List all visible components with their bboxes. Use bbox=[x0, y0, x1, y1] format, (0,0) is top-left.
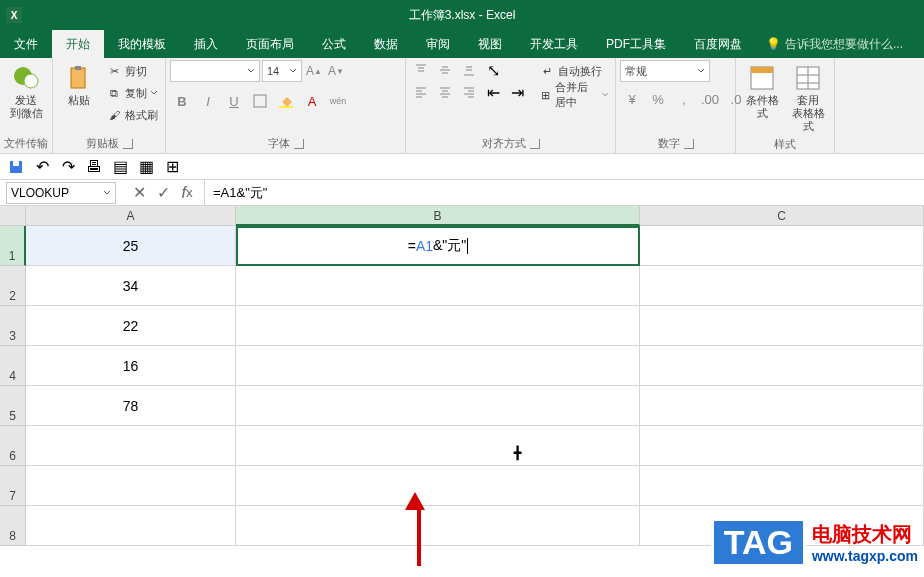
tab-file[interactable]: 文件 bbox=[0, 30, 52, 58]
increase-indent-button[interactable]: ⇥ bbox=[506, 82, 528, 102]
comma-button[interactable]: , bbox=[672, 88, 696, 110]
tab-templates[interactable]: 我的模板 bbox=[104, 30, 180, 58]
row-header-4[interactable]: 4 bbox=[0, 346, 26, 386]
underline-button[interactable]: U bbox=[222, 90, 246, 112]
format-painter-button[interactable]: 🖌格式刷 bbox=[103, 104, 161, 126]
align-bottom-button[interactable] bbox=[458, 60, 480, 80]
font-family-select[interactable] bbox=[170, 60, 260, 82]
col-header-c[interactable]: C bbox=[640, 206, 924, 226]
cell-a1[interactable]: 25 bbox=[26, 226, 236, 266]
clipboard-launcher[interactable] bbox=[123, 139, 133, 149]
cell-c4[interactable] bbox=[640, 346, 924, 386]
percent-button[interactable]: % bbox=[646, 88, 670, 110]
tab-formulas[interactable]: 公式 bbox=[308, 30, 360, 58]
row-header-1[interactable]: 1 bbox=[0, 226, 26, 266]
row-header-5[interactable]: 5 bbox=[0, 386, 26, 426]
tab-home[interactable]: 开始 bbox=[52, 30, 104, 58]
cell-a8[interactable] bbox=[26, 506, 236, 546]
table-format-button[interactable]: 套用 表格格式 bbox=[786, 60, 830, 135]
currency-button[interactable]: ¥ bbox=[620, 88, 644, 110]
conditional-format-button[interactable]: 条件格式 bbox=[740, 60, 784, 122]
phonetic-button[interactable]: wén bbox=[326, 90, 350, 112]
decrease-indent-button[interactable]: ⇤ bbox=[482, 82, 504, 102]
font-color-button[interactable]: A bbox=[300, 90, 324, 112]
paste-button[interactable]: 粘贴 bbox=[57, 60, 101, 109]
tab-layout[interactable]: 页面布局 bbox=[232, 30, 308, 58]
cell-c2[interactable] bbox=[640, 266, 924, 306]
row-header-8[interactable]: 8 bbox=[0, 506, 26, 546]
formula-input[interactable]: =A1&"元" bbox=[205, 184, 924, 202]
cell-a7[interactable] bbox=[26, 466, 236, 506]
cell-b1[interactable]: =A1&"元" bbox=[236, 226, 640, 266]
col-header-a[interactable]: A bbox=[26, 206, 236, 226]
copy-button[interactable]: ⧉复制 bbox=[103, 82, 161, 104]
fx-button[interactable]: fx bbox=[178, 184, 196, 202]
merge-center-button[interactable]: ⊞合并后居中 bbox=[536, 84, 611, 106]
cell-a6[interactable] bbox=[26, 426, 236, 466]
cell-c6[interactable] bbox=[640, 426, 924, 466]
bold-button[interactable]: B bbox=[170, 90, 194, 112]
redo-button[interactable]: ↷ bbox=[58, 157, 78, 177]
qat-btn-6[interactable]: ▦ bbox=[136, 157, 156, 177]
row-header-7[interactable]: 7 bbox=[0, 466, 26, 506]
font-size-select[interactable]: 14 bbox=[262, 60, 302, 82]
tab-review[interactable]: 审阅 bbox=[412, 30, 464, 58]
cell-c1[interactable] bbox=[640, 226, 924, 266]
align-center-button[interactable] bbox=[434, 82, 456, 102]
cancel-formula-button[interactable]: ✕ bbox=[130, 184, 148, 202]
increase-decimal-button[interactable]: .00 bbox=[698, 88, 722, 110]
select-all-corner[interactable] bbox=[0, 206, 26, 226]
row-header-2[interactable]: 2 bbox=[0, 266, 26, 306]
cell-b7[interactable] bbox=[236, 466, 640, 506]
cell-b4[interactable] bbox=[236, 346, 640, 386]
orientation-button[interactable]: ⤡ bbox=[482, 60, 504, 80]
increase-font-button[interactable]: A▲ bbox=[304, 61, 324, 81]
align-top-button[interactable] bbox=[410, 60, 432, 80]
tab-dev[interactable]: 开发工具 bbox=[516, 30, 592, 58]
align-launcher[interactable] bbox=[530, 139, 540, 149]
tab-pdf[interactable]: PDF工具集 bbox=[592, 30, 680, 58]
row-header-6[interactable]: 6 bbox=[0, 426, 26, 466]
number-launcher[interactable] bbox=[684, 139, 694, 149]
cell-c3[interactable] bbox=[640, 306, 924, 346]
undo-button[interactable]: ↶ bbox=[32, 157, 52, 177]
fill-color-button[interactable] bbox=[274, 90, 298, 112]
tab-data[interactable]: 数据 bbox=[360, 30, 412, 58]
cell-a2[interactable]: 34 bbox=[26, 266, 236, 306]
decrease-font-button[interactable]: A▼ bbox=[326, 61, 346, 81]
border-button[interactable] bbox=[248, 90, 272, 112]
row-header-3[interactable]: 3 bbox=[0, 306, 26, 346]
cell-b5[interactable] bbox=[236, 386, 640, 426]
cell-b6[interactable] bbox=[236, 426, 640, 466]
cell-c7[interactable] bbox=[640, 466, 924, 506]
send-to-wechat-button[interactable]: 发送到微信 bbox=[4, 60, 48, 122]
align-right-button[interactable] bbox=[458, 82, 480, 102]
col-header-b[interactable]: B bbox=[236, 206, 640, 226]
align-middle-button[interactable] bbox=[434, 60, 456, 80]
cell-a3[interactable]: 22 bbox=[26, 306, 236, 346]
save-button[interactable] bbox=[6, 157, 26, 177]
cell-a5[interactable]: 78 bbox=[26, 386, 236, 426]
cell-b3[interactable] bbox=[236, 306, 640, 346]
cell-c5[interactable] bbox=[640, 386, 924, 426]
wechat-label2: 到微信 bbox=[10, 107, 43, 119]
wrap-text-button[interactable]: ↵自动换行 bbox=[536, 60, 611, 82]
italic-button[interactable]: I bbox=[196, 90, 220, 112]
tab-view[interactable]: 视图 bbox=[464, 30, 516, 58]
cut-button[interactable]: ✂剪切 bbox=[103, 60, 161, 82]
fill-handle-indicator: ╋ bbox=[514, 446, 521, 460]
qat-btn-4[interactable]: 🖶 bbox=[84, 157, 104, 177]
cell-b8[interactable] bbox=[236, 506, 640, 546]
font-launcher[interactable] bbox=[294, 139, 304, 149]
tab-baidu[interactable]: 百度网盘 bbox=[680, 30, 756, 58]
enter-formula-button[interactable]: ✓ bbox=[154, 184, 172, 202]
cell-a4[interactable]: 16 bbox=[26, 346, 236, 386]
qat-btn-7[interactable]: ⊞ bbox=[162, 157, 182, 177]
tab-insert[interactable]: 插入 bbox=[180, 30, 232, 58]
cell-b2[interactable] bbox=[236, 266, 640, 306]
align-left-button[interactable] bbox=[410, 82, 432, 102]
tell-me[interactable]: 💡告诉我您想要做什么... bbox=[756, 36, 903, 53]
number-format-select[interactable]: 常规 bbox=[620, 60, 710, 82]
qat-btn-5[interactable]: ▤ bbox=[110, 157, 130, 177]
name-box[interactable]: VLOOKUP bbox=[6, 182, 116, 204]
